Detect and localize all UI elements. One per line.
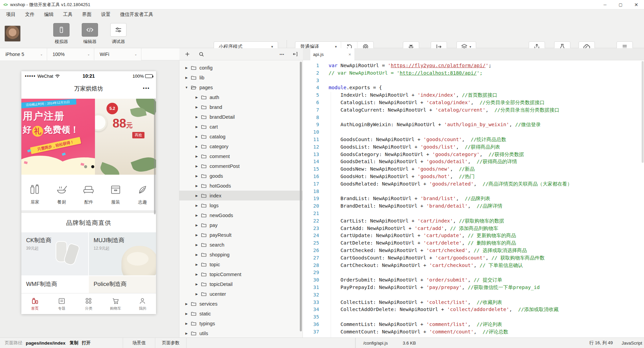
code-line[interactable]: 24 CartUpdate: NewApiRootUrl + 'cart/upd… <box>303 232 644 239</box>
tab-cart[interactable]: 购物车 <box>102 293 129 314</box>
code-line[interactable]: 18 <box>303 188 644 195</box>
tree-item-pay[interactable]: ▶pay <box>179 220 303 230</box>
device-select[interactable]: iPhone 5 ⌄ <box>0 48 47 60</box>
code-line[interactable]: 1var NewApiRootUrl = 'https://fly2you.cn… <box>303 62 644 70</box>
tree-item-pages[interactable]: ▼pages <box>179 82 303 92</box>
chevron-right-icon[interactable]: ▶ <box>185 332 188 335</box>
tree-item-category[interactable]: ▶category <box>179 141 303 151</box>
code-line[interactable]: 35 <box>303 313 644 321</box>
tab-home[interactable]: 首页 <box>21 293 48 314</box>
code-line[interactable]: 10 <box>303 129 644 136</box>
chevron-right-icon[interactable]: ▶ <box>195 273 198 276</box>
menu-devtools[interactable]: 微信开发者工具 <box>115 9 158 19</box>
more-options-icon[interactable]: ⋯ <box>279 52 285 57</box>
menu-edit[interactable]: 编辑 <box>39 9 58 19</box>
code-line[interactable]: 31 PayPrepayId: NewApiRootUrl + 'pay/pre… <box>303 284 644 291</box>
code-line[interactable]: 11 GoodsCount: NewApiRootUrl + 'goods/co… <box>303 136 644 143</box>
tree-item-search[interactable]: ▶search <box>179 240 303 250</box>
tree-item-goods[interactable]: ▶goods <box>179 171 303 181</box>
chevron-right-icon[interactable]: ▶ <box>195 224 198 227</box>
chevron-right-icon[interactable]: ▶ <box>195 165 198 168</box>
code-line[interactable]: 8 <box>303 114 644 121</box>
collapse-panel-icon[interactable] <box>293 52 298 57</box>
page-params-cell[interactable]: 页面参数 <box>155 338 187 348</box>
code-line[interactable]: 22 CartList: NewApiRootUrl + 'cart/index… <box>303 217 644 225</box>
tree-item-topicComment[interactable]: ▶topicComment <box>179 269 303 279</box>
code-line[interactable]: 33 CollectList: NewApiRootUrl + 'collect… <box>303 299 644 306</box>
phone-simulator[interactable]: ●●●●● WeChat 10:21 100% 万家烘焙坊 ••• 活动截止时间… <box>21 71 156 314</box>
chevron-right-icon[interactable]: ▶ <box>195 115 198 119</box>
code-line[interactable]: 27 CartGoodsCount: NewApiRootUrl + 'cart… <box>303 254 644 262</box>
code-line[interactable]: 6 CatalogList: NewApiRootUrl + 'catalog/… <box>303 99 644 107</box>
user-avatar[interactable] <box>5 26 20 41</box>
tree-item-ucenter[interactable]: ▶ucenter <box>179 289 303 299</box>
menu-interface[interactable]: 界面 <box>77 9 96 19</box>
code-line[interactable]: 36 CommentList: NewApiRootUrl + 'comment… <box>303 321 644 328</box>
category-home[interactable]: 居家 <box>21 175 48 210</box>
code-line[interactable]: 23 CartAdd: NewApiRootUrl + 'cart/add', … <box>303 225 644 232</box>
chevron-right-icon[interactable]: ▶ <box>195 135 198 138</box>
code-line[interactable]: 19 BrandList: NewApiRootUrl + 'brand/lis… <box>303 195 644 202</box>
menu-file[interactable]: 文件 <box>20 9 39 19</box>
chevron-right-icon[interactable]: ▶ <box>195 194 198 197</box>
zoom-select[interactable]: 100% ⌄ <box>47 48 94 60</box>
tree-item-comment[interactable]: ▶comment <box>179 151 303 161</box>
code-line[interactable]: 12 GoodsList: NewApiRootUrl + 'goods/lis… <box>303 143 644 151</box>
menu-tools[interactable]: 工具 <box>58 9 77 19</box>
simulator-toggle-button[interactable] <box>53 23 70 37</box>
tree-item-topicDetail[interactable]: ▶topicDetail <box>179 279 303 289</box>
code-line[interactable]: 26 CartChecked: NewApiRootUrl + 'cart/ch… <box>303 247 644 254</box>
maximize-button[interactable]: ▢ <box>613 0 628 9</box>
tree-item-shopping[interactable]: ▶shopping <box>179 250 303 259</box>
code-editor[interactable]: 1var NewApiRootUrl = 'https://fly2you.cn… <box>303 61 644 337</box>
code-line[interactable]: 15 GoodsNew: NewApiRootUrl + 'goods/new'… <box>303 166 644 173</box>
tree-item-logs[interactable]: ▶logs <box>179 200 303 210</box>
category-apparel[interactable]: 服装 <box>102 175 129 210</box>
tree-item-index[interactable]: ▶index <box>179 191 303 200</box>
category-accessories[interactable]: 配件 <box>75 175 102 210</box>
chevron-right-icon[interactable]: ▶ <box>195 204 198 207</box>
banner-carousel[interactable]: 活动截止时间：2014年12月31日 用户注册 好礼免费领！ 只需两步，轻松获得… <box>21 99 156 175</box>
chevron-right-icon[interactable]: ▶ <box>195 184 198 188</box>
copy-path-link[interactable]: 复制 <box>70 340 78 346</box>
network-select[interactable]: WiFi ⌄ <box>94 48 141 60</box>
debugger-toggle-button[interactable] <box>110 23 126 37</box>
code-line[interactable]: 21 <box>303 210 644 217</box>
chevron-right-icon[interactable]: ▶ <box>195 283 198 286</box>
code-line[interactable]: 7 CatalogCurrent: NewApiRootUrl + 'catal… <box>303 107 644 114</box>
chevron-right-icon[interactable]: ▶ <box>185 312 188 315</box>
tree-item-brand[interactable]: ▶brand <box>179 102 303 112</box>
cursor-position[interactable]: 行 16, 列 49 <box>589 340 613 346</box>
add-file-button[interactable] <box>185 52 190 57</box>
code-line[interactable]: 34 CollectAddOrDelete: NewApiRootUrl + '… <box>303 306 644 313</box>
tree-item-utils[interactable]: ▶utils <box>179 328 303 337</box>
chevron-right-icon[interactable]: ▶ <box>185 76 188 79</box>
scene-value-cell[interactable]: 场景值 <box>123 338 155 348</box>
tree-item-auth[interactable]: ▶auth <box>179 92 303 102</box>
tree-item-brandDetail[interactable]: ▶brandDetail <box>179 112 303 122</box>
tree-item-topic[interactable]: ▶topic <box>179 259 303 269</box>
tree-item-hotGoods[interactable]: ▶hotGoods <box>179 181 303 191</box>
tree-item-catalog[interactable]: ▶catalog <box>179 132 303 141</box>
tree-item-typings[interactable]: ▶typings <box>179 318 303 328</box>
tree-item-static[interactable]: ▶static <box>179 309 303 318</box>
code-line[interactable]: 3 <box>303 77 644 84</box>
chevron-right-icon[interactable]: ▶ <box>195 292 198 296</box>
menu-settings[interactable]: 设置 <box>96 9 115 19</box>
chevron-right-icon[interactable]: ▶ <box>195 233 198 237</box>
tree-item-cart[interactable]: ▶cart <box>179 122 303 132</box>
code-line[interactable]: 32 <box>303 291 644 299</box>
chevron-right-icon[interactable]: ▶ <box>185 322 188 325</box>
code-line[interactable]: 9 AuthLoginByWeixin: NewApiRootUrl + 'au… <box>303 121 644 129</box>
language-mode[interactable]: JavaScript <box>622 341 643 346</box>
chevron-right-icon[interactable]: ▶ <box>195 96 198 99</box>
code-line[interactable]: 2// var NewApiRootUrl = 'http://localhos… <box>303 70 644 77</box>
tab-profile[interactable]: 我的 <box>129 293 156 314</box>
tree-item-newGoods[interactable]: ▶newGoods <box>179 210 303 220</box>
tree-item-payResult[interactable]: ▶payResult <box>179 230 303 240</box>
chevron-down-icon[interactable]: ▼ <box>185 86 188 89</box>
tree-item-config[interactable]: ▶config <box>179 63 303 73</box>
chevron-right-icon[interactable]: ▶ <box>195 145 198 148</box>
open-path-link[interactable]: 打开 <box>82 340 91 346</box>
editor-scrollbar[interactable] <box>642 61 644 163</box>
